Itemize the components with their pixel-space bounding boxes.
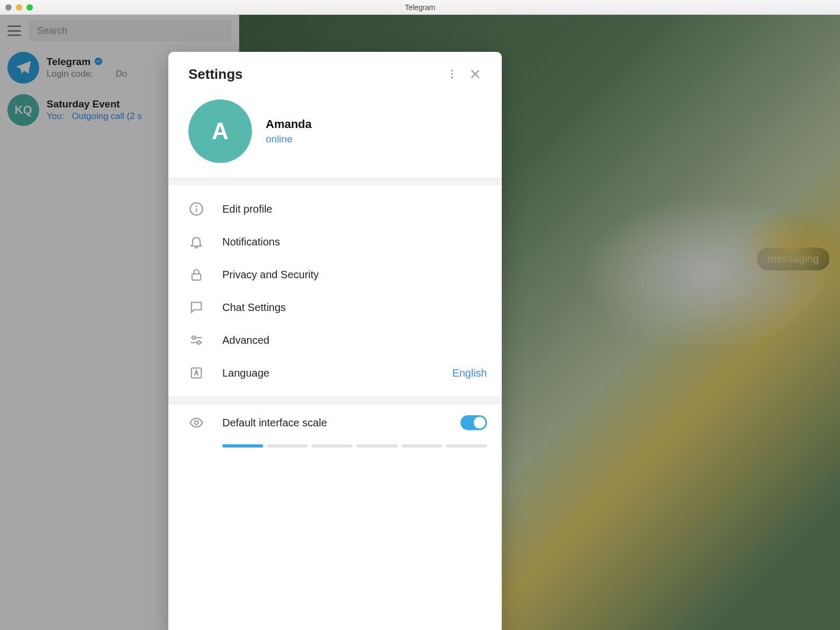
scale-label: Default interface scale [222, 417, 442, 429]
menu-item-chat-settings[interactable]: Chat Settings [168, 291, 502, 324]
menu-item-notifications[interactable]: Notifications [168, 225, 502, 258]
scale-segment [402, 444, 442, 448]
scale-segment [312, 444, 353, 448]
menu-item-edit-profile[interactable]: Edit profile [168, 193, 502, 225]
scale-slider[interactable] [222, 444, 487, 448]
profile-status: online [266, 133, 312, 145]
scale-segment [222, 444, 263, 448]
profile-text: Amanda online [266, 117, 312, 145]
scale-segment [446, 444, 487, 448]
scale-toggle[interactable] [460, 415, 487, 430]
info-icon [188, 201, 204, 217]
section-separator [168, 397, 502, 404]
language-icon [188, 365, 204, 381]
settings-title: Settings [188, 66, 440, 83]
titlebar: Telegram [0, 0, 840, 15]
traffic-lights [5, 4, 33, 11]
scale-row: Default interface scale [188, 415, 487, 431]
svg-point-5 [196, 206, 196, 206]
close-button[interactable] [464, 62, 487, 86]
more-button[interactable] [440, 62, 464, 86]
interface-scale-section: Default interface scale [168, 404, 502, 448]
section-separator [168, 178, 502, 185]
scale-segment [267, 444, 308, 448]
menu-label: Chat Settings [222, 302, 487, 314]
settings-modal: Settings A Amanda online Edit [168, 52, 502, 630]
svg-point-8 [192, 336, 195, 339]
chat-icon [188, 299, 204, 315]
app-root: Search Telegram Login code: Do [0, 15, 840, 630]
window-title: Telegram [405, 3, 436, 12]
window-close-light[interactable] [5, 4, 12, 11]
svg-point-12 [195, 421, 198, 425]
window-minimize-light[interactable] [16, 4, 22, 11]
eye-icon [188, 415, 204, 431]
svg-point-1 [451, 73, 453, 75]
profile-section[interactable]: A Amanda online [168, 90, 502, 178]
menu-value: English [452, 367, 487, 379]
close-icon [469, 68, 481, 80]
scale-segment [357, 444, 398, 448]
lock-icon [188, 267, 204, 282]
menu-item-privacy[interactable]: Privacy and Security [168, 258, 502, 291]
menu-label: Edit profile [222, 203, 487, 215]
bell-icon [188, 234, 204, 250]
menu-label: Language [222, 367, 434, 379]
svg-rect-6 [192, 274, 201, 280]
window-zoom-light[interactable] [26, 4, 33, 11]
profile-name: Amanda [266, 117, 312, 131]
menu-label: Notifications [222, 236, 487, 248]
menu-label: Privacy and Security [222, 269, 487, 281]
svg-point-0 [451, 70, 453, 72]
svg-point-10 [197, 341, 201, 344]
profile-avatar: A [188, 99, 252, 163]
svg-point-2 [451, 77, 453, 79]
settings-header: Settings [168, 52, 502, 90]
menu-item-advanced[interactable]: Advanced [168, 324, 502, 357]
kebab-icon [446, 68, 458, 80]
menu-label: Advanced [222, 334, 487, 346]
menu-item-language[interactable]: Language English [168, 357, 502, 389]
settings-menu: Edit profile Notifications Privacy and S… [168, 185, 502, 397]
sliders-icon [188, 332, 204, 348]
